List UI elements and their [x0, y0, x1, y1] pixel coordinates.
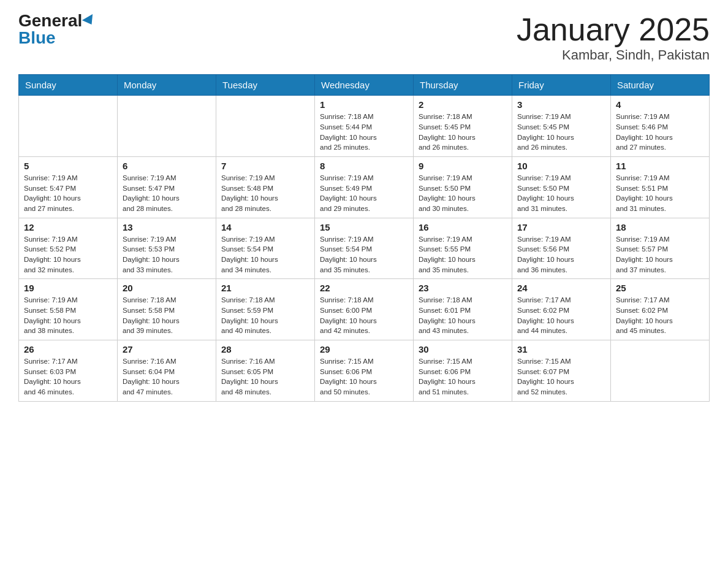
calendar-cell: 5Sunrise: 7:19 AM Sunset: 5:47 PM Daylig…: [19, 156, 118, 218]
calendar-table: SundayMondayTuesdayWednesdayThursdayFrid…: [18, 74, 710, 401]
logo-general-text: General: [18, 12, 82, 29]
day-number: 19: [24, 283, 112, 293]
day-info: Sunrise: 7:19 AM Sunset: 5:47 PM Dayligh…: [123, 173, 211, 214]
calendar-cell: 24Sunrise: 7:17 AM Sunset: 6:02 PM Dayli…: [512, 279, 611, 340]
calendar-header-row: SundayMondayTuesdayWednesdayThursdayFrid…: [19, 75, 710, 96]
day-number: 25: [616, 283, 704, 293]
day-info: Sunrise: 7:19 AM Sunset: 5:51 PM Dayligh…: [616, 173, 704, 214]
day-info: Sunrise: 7:15 AM Sunset: 6:06 PM Dayligh…: [419, 356, 507, 397]
day-info: Sunrise: 7:19 AM Sunset: 5:50 PM Dayligh…: [419, 173, 507, 214]
day-info: Sunrise: 7:17 AM Sunset: 6:02 PM Dayligh…: [517, 295, 605, 336]
day-number: 22: [320, 283, 408, 293]
calendar-title-block: January 2025 Kambar, Sindh, Pakistan: [517, 12, 710, 63]
day-number: 13: [123, 222, 211, 232]
calendar-cell: 7Sunrise: 7:19 AM Sunset: 5:48 PM Daylig…: [216, 156, 315, 218]
calendar-cell: 22Sunrise: 7:18 AM Sunset: 6:00 PM Dayli…: [315, 279, 414, 340]
calendar-cell: 12Sunrise: 7:19 AM Sunset: 5:52 PM Dayli…: [19, 218, 118, 279]
day-info: Sunrise: 7:19 AM Sunset: 5:48 PM Dayligh…: [221, 173, 309, 214]
day-number: 10: [517, 161, 605, 171]
logo: General Blue: [18, 12, 96, 47]
calendar-cell: 16Sunrise: 7:19 AM Sunset: 5:55 PM Dayli…: [414, 218, 512, 279]
calendar-cell: [216, 96, 315, 157]
calendar-day-header: Tuesday: [216, 75, 315, 96]
calendar-title: January 2025: [517, 12, 710, 47]
day-info: Sunrise: 7:19 AM Sunset: 5:55 PM Dayligh…: [419, 234, 507, 275]
calendar-cell: 10Sunrise: 7:19 AM Sunset: 5:50 PM Dayli…: [512, 156, 611, 218]
day-number: 24: [517, 283, 605, 293]
calendar-cell: 19Sunrise: 7:19 AM Sunset: 5:58 PM Dayli…: [19, 279, 118, 340]
day-number: 21: [221, 283, 309, 293]
calendar-day-header: Saturday: [611, 75, 710, 96]
day-number: 7: [221, 161, 309, 171]
day-number: 15: [320, 222, 408, 232]
calendar-week-row: 26Sunrise: 7:17 AM Sunset: 6:03 PM Dayli…: [19, 340, 710, 401]
day-number: 3: [517, 99, 605, 110]
calendar-week-row: 1Sunrise: 7:18 AM Sunset: 5:44 PM Daylig…: [19, 96, 710, 157]
logo-blue-text: Blue: [18, 29, 56, 47]
calendar-cell: 17Sunrise: 7:19 AM Sunset: 5:56 PM Dayli…: [512, 218, 611, 279]
day-info: Sunrise: 7:16 AM Sunset: 6:05 PM Dayligh…: [221, 356, 309, 397]
calendar-cell: 2Sunrise: 7:18 AM Sunset: 5:45 PM Daylig…: [414, 96, 512, 157]
calendar-cell: 26Sunrise: 7:17 AM Sunset: 6:03 PM Dayli…: [19, 340, 118, 401]
calendar-week-row: 19Sunrise: 7:19 AM Sunset: 5:58 PM Dayli…: [19, 279, 710, 340]
calendar-cell: 8Sunrise: 7:19 AM Sunset: 5:49 PM Daylig…: [315, 156, 414, 218]
calendar-cell: 14Sunrise: 7:19 AM Sunset: 5:54 PM Dayli…: [216, 218, 315, 279]
day-number: 30: [419, 344, 507, 354]
calendar-cell: 20Sunrise: 7:18 AM Sunset: 5:58 PM Dayli…: [118, 279, 216, 340]
day-number: 17: [517, 222, 605, 232]
calendar-day-header: Monday: [118, 75, 216, 96]
calendar-cell: 11Sunrise: 7:19 AM Sunset: 5:51 PM Dayli…: [611, 156, 710, 218]
calendar-cell: 21Sunrise: 7:18 AM Sunset: 5:59 PM Dayli…: [216, 279, 315, 340]
calendar-cell: 1Sunrise: 7:18 AM Sunset: 5:44 PM Daylig…: [315, 96, 414, 157]
day-info: Sunrise: 7:18 AM Sunset: 5:45 PM Dayligh…: [419, 112, 507, 153]
day-info: Sunrise: 7:19 AM Sunset: 5:47 PM Dayligh…: [24, 173, 112, 214]
day-info: Sunrise: 7:19 AM Sunset: 5:53 PM Dayligh…: [123, 234, 211, 275]
page-header: General Blue January 2025 Kambar, Sindh,…: [18, 12, 710, 63]
day-number: 11: [616, 161, 704, 171]
day-number: 4: [616, 99, 704, 110]
calendar-cell: 31Sunrise: 7:15 AM Sunset: 6:07 PM Dayli…: [512, 340, 611, 401]
day-number: 1: [320, 99, 408, 110]
calendar-cell: [19, 96, 118, 157]
day-info: Sunrise: 7:15 AM Sunset: 6:06 PM Dayligh…: [320, 356, 408, 397]
day-info: Sunrise: 7:17 AM Sunset: 6:02 PM Dayligh…: [616, 295, 704, 336]
day-number: 12: [24, 222, 112, 232]
calendar-day-header: Sunday: [19, 75, 118, 96]
calendar-week-row: 5Sunrise: 7:19 AM Sunset: 5:47 PM Daylig…: [19, 156, 710, 218]
day-info: Sunrise: 7:15 AM Sunset: 6:07 PM Dayligh…: [517, 356, 605, 397]
day-info: Sunrise: 7:19 AM Sunset: 5:50 PM Dayligh…: [517, 173, 605, 214]
calendar-cell: [611, 340, 710, 401]
day-info: Sunrise: 7:18 AM Sunset: 5:59 PM Dayligh…: [221, 295, 309, 336]
calendar-cell: 28Sunrise: 7:16 AM Sunset: 6:05 PM Dayli…: [216, 340, 315, 401]
calendar-cell: 18Sunrise: 7:19 AM Sunset: 5:57 PM Dayli…: [611, 218, 710, 279]
calendar-cell: 25Sunrise: 7:17 AM Sunset: 6:02 PM Dayli…: [611, 279, 710, 340]
day-number: 26: [24, 344, 112, 354]
day-info: Sunrise: 7:18 AM Sunset: 6:01 PM Dayligh…: [419, 295, 507, 336]
calendar-day-header: Friday: [512, 75, 611, 96]
calendar-cell: 9Sunrise: 7:19 AM Sunset: 5:50 PM Daylig…: [414, 156, 512, 218]
calendar-cell: 3Sunrise: 7:19 AM Sunset: 5:45 PM Daylig…: [512, 96, 611, 157]
calendar-cell: [118, 96, 216, 157]
calendar-cell: 4Sunrise: 7:19 AM Sunset: 5:46 PM Daylig…: [611, 96, 710, 157]
day-info: Sunrise: 7:18 AM Sunset: 6:00 PM Dayligh…: [320, 295, 408, 336]
day-number: 8: [320, 161, 408, 171]
day-info: Sunrise: 7:19 AM Sunset: 5:58 PM Dayligh…: [24, 295, 112, 336]
calendar-cell: 15Sunrise: 7:19 AM Sunset: 5:54 PM Dayli…: [315, 218, 414, 279]
day-info: Sunrise: 7:19 AM Sunset: 5:45 PM Dayligh…: [517, 112, 605, 153]
day-number: 14: [221, 222, 309, 232]
day-info: Sunrise: 7:19 AM Sunset: 5:54 PM Dayligh…: [320, 234, 408, 275]
calendar-day-header: Wednesday: [315, 75, 414, 96]
day-info: Sunrise: 7:19 AM Sunset: 5:46 PM Dayligh…: [616, 112, 704, 153]
calendar-cell: 6Sunrise: 7:19 AM Sunset: 5:47 PM Daylig…: [118, 156, 216, 218]
day-info: Sunrise: 7:18 AM Sunset: 5:44 PM Dayligh…: [320, 112, 408, 153]
day-number: 28: [221, 344, 309, 354]
day-number: 20: [123, 283, 211, 293]
day-info: Sunrise: 7:19 AM Sunset: 5:49 PM Dayligh…: [320, 173, 408, 214]
day-number: 2: [419, 99, 507, 110]
calendar-cell: 23Sunrise: 7:18 AM Sunset: 6:01 PM Dayli…: [414, 279, 512, 340]
calendar-week-row: 12Sunrise: 7:19 AM Sunset: 5:52 PM Dayli…: [19, 218, 710, 279]
day-number: 6: [123, 161, 211, 171]
day-info: Sunrise: 7:19 AM Sunset: 5:56 PM Dayligh…: [517, 234, 605, 275]
logo-triangle-icon: [82, 14, 97, 28]
day-info: Sunrise: 7:19 AM Sunset: 5:52 PM Dayligh…: [24, 234, 112, 275]
